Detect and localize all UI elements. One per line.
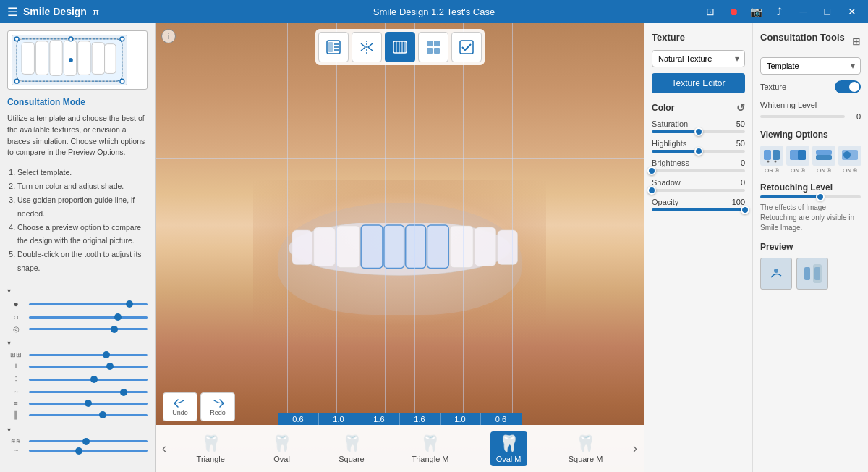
viewing-icon-label-1: OR ® (765, 167, 779, 174)
slider-section-toggle-2[interactable]: ▾ (7, 339, 148, 347)
slider-row-2[interactable]: ○ (7, 312, 148, 322)
viewing-icon-compare-2[interactable]: ON ® (786, 146, 809, 174)
saturation-track[interactable] (652, 130, 745, 133)
slider-track-6[interactable] (29, 379, 148, 381)
tooth-label-1: 0.6 (278, 413, 319, 425)
slider-icon-11: ··· (7, 447, 25, 454)
slider-thumb-3[interactable] (111, 326, 118, 333)
brightness-thumb[interactable] (647, 167, 656, 175)
maximize-button[interactable]: □ (820, 4, 835, 19)
slider-section-toggle-3[interactable]: ▾ (7, 426, 148, 434)
saturation-thumb[interactable] (694, 127, 703, 136)
slider-thumb-11[interactable] (75, 447, 82, 455)
shadow-thumb[interactable] (647, 186, 656, 195)
align-tool-button[interactable] (385, 32, 415, 62)
slider-row-6[interactable]: ÷ (7, 374, 148, 384)
slider-track-1[interactable] (29, 303, 148, 305)
shadow-track[interactable] (652, 189, 745, 192)
info-icon[interactable]: i (161, 29, 176, 43)
viewing-icon-compare-3[interactable]: ON ® (812, 146, 835, 174)
teeth-option-square[interactable]: 🦷 Square (333, 431, 370, 466)
grid-tool-button[interactable] (418, 32, 448, 62)
slider-row-11[interactable]: ··· (7, 447, 148, 454)
opacity-fill (652, 208, 745, 211)
template-select[interactable]: Template Option 1 (760, 57, 861, 75)
slider-thumb-6[interactable] (90, 376, 98, 383)
redo-icon (211, 398, 224, 408)
slider-track-3[interactable] (29, 328, 148, 330)
menu-icon[interactable]: ☰ (7, 5, 17, 19)
opacity-value: 100 (732, 198, 745, 206)
slider-row-4[interactable]: ⊞⊞ (7, 351, 148, 358)
slider-row-5[interactable]: + (7, 361, 148, 371)
teeth-option-triangle-m[interactable]: 🦷 Triangle M (406, 431, 455, 466)
teeth-next-button[interactable]: › (626, 441, 644, 456)
retouching-slider-thumb[interactable] (816, 193, 825, 201)
slider-track-2[interactable] (29, 316, 148, 319)
slider-thumb-7[interactable] (120, 389, 127, 396)
teeth-oval-m-icon: 🦷 (499, 434, 519, 453)
opacity-track[interactable] (652, 208, 745, 211)
viewing-icon-compare-4[interactable]: ON ® (838, 146, 861, 174)
viewing-options-title: Viewing Options (760, 130, 861, 140)
slider-row-1[interactable]: ● (7, 299, 148, 309)
viewing-icon-compare-1[interactable]: OR ® (760, 146, 783, 174)
highlights-thumb[interactable] (694, 147, 703, 156)
slider-thumb-2[interactable] (114, 313, 122, 321)
undo-button[interactable]: Undo (163, 392, 197, 421)
texture-editor-button[interactable]: Texture Editor (652, 73, 745, 93)
reset-color-icon[interactable]: ↺ (736, 102, 745, 114)
slider-track-8[interactable] (29, 403, 148, 405)
record-icon[interactable]: ⏺ (726, 6, 741, 17)
texture-select[interactable]: Natural Texture Ceramic Composite (652, 50, 745, 67)
slider-thumb-10[interactable] (82, 438, 90, 445)
screen-icon[interactable]: ⊡ (703, 6, 718, 17)
texture-panel: Texture Natural Texture Ceramic Composit… (644, 23, 752, 472)
svg-point-48 (767, 161, 770, 163)
mirror-tool-button[interactable] (352, 32, 382, 62)
slider-track-11[interactable] (29, 450, 148, 452)
slider-thumb-1[interactable] (126, 300, 133, 308)
slider-track-9[interactable] (29, 414, 148, 416)
teeth-option-triangle[interactable]: 🦷 Triangle (191, 431, 231, 466)
slider-section-toggle-1[interactable]: ▾ (7, 287, 148, 295)
viewing-icon-box-1 (760, 146, 783, 166)
slider-thumb-5[interactable] (106, 363, 114, 370)
camera-icon[interactable]: 📷 (749, 6, 764, 17)
check-tool-button[interactable] (451, 32, 482, 62)
slider-track-5[interactable] (29, 366, 148, 368)
template-tool-button[interactable] (318, 32, 349, 62)
slider-track-10[interactable] (29, 440, 148, 442)
slider-thumb-9[interactable] (99, 411, 106, 418)
teeth-triangle-icon: 🦷 (201, 434, 221, 453)
whitening-slider-track[interactable] (760, 115, 845, 118)
retouching-slider-track[interactable] (760, 195, 861, 198)
slider-row-8[interactable]: ≡ (7, 400, 148, 407)
svg-point-57 (774, 269, 778, 273)
slider-track-7[interactable] (29, 391, 148, 393)
teeth-option-oval-m[interactable]: 🦷 Oval M (490, 431, 527, 466)
brightness-track[interactable] (652, 169, 745, 172)
slider-row-9[interactable]: ∥ (7, 410, 148, 420)
teeth-option-oval[interactable]: 🦷 Oval (266, 431, 297, 466)
redo-button[interactable]: Redo (200, 392, 235, 421)
share-icon[interactable]: ⤴ (773, 6, 787, 17)
slider-icon-1: ● (7, 299, 25, 309)
highlights-track[interactable] (652, 150, 745, 153)
teeth-option-square-m[interactable]: 🦷 Square M (563, 431, 609, 466)
slider-thumb-8[interactable] (85, 400, 92, 407)
close-button[interactable]: ✕ (843, 4, 861, 19)
teeth-prev-button[interactable]: ‹ (156, 441, 173, 456)
opacity-thumb[interactable] (741, 206, 749, 214)
minimize-button[interactable]: ─ (796, 4, 812, 19)
slider-track-4[interactable] (29, 354, 148, 356)
saturation-label: Saturation (652, 119, 688, 128)
preview-image-1[interactable] (760, 258, 792, 290)
preview-image-2[interactable] (796, 258, 828, 290)
slider-row-3[interactable]: ◎ (7, 325, 148, 333)
slider-row-7[interactable]: ～ (7, 387, 148, 397)
slider-row-10[interactable]: ≋≋ (7, 438, 148, 444)
texture-toggle[interactable] (835, 80, 861, 93)
tooth-labels-row: 0.6 1.0 1.6 1.6 1.0 0.6 (278, 413, 522, 425)
slider-thumb-4[interactable] (103, 351, 110, 358)
